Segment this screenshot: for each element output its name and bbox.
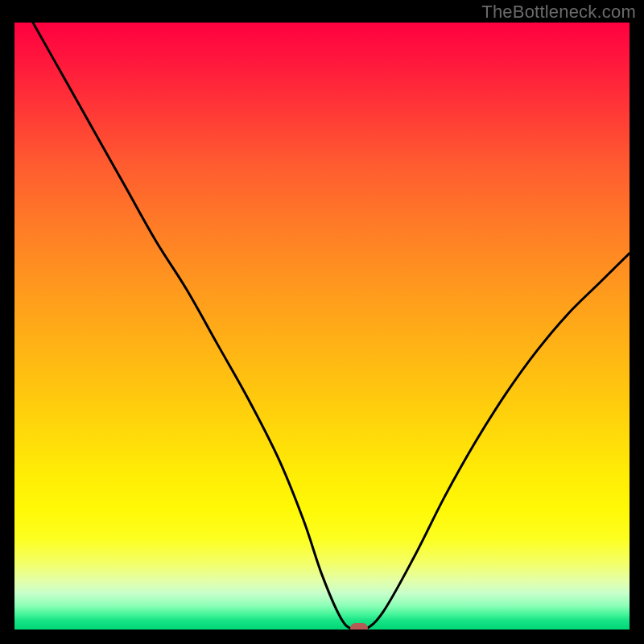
watermark-text: TheBottleneck.com: [481, 2, 636, 23]
plot-area: [14, 23, 630, 630]
bottleneck-curve: [14, 23, 630, 630]
chart-frame: TheBottleneck.com: [0, 0, 644, 644]
optimal-marker: [350, 623, 368, 630]
